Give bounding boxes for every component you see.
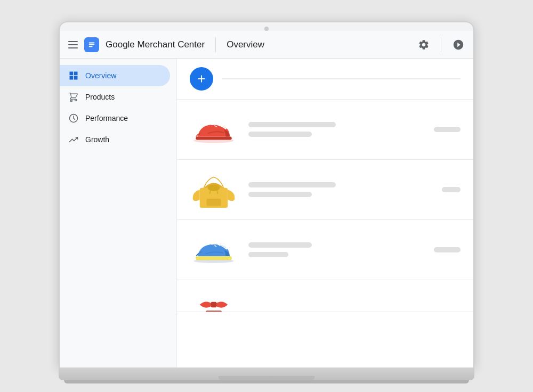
product-row[interactable] <box>177 220 473 280</box>
main-layout: Overview Products <box>60 59 473 368</box>
product-image-blue-shoe <box>190 228 238 271</box>
camera-dot <box>264 27 269 31</box>
merchant-center-logo <box>84 37 99 52</box>
placeholder-line <box>248 192 312 197</box>
laptop-screen: Google Merchant Center Overview <box>59 21 474 369</box>
product-image-bow-tie <box>190 283 238 313</box>
sidebar-item-overview[interactable]: Overview <box>60 65 170 86</box>
products-icon <box>68 92 79 102</box>
placeholder-line <box>248 132 312 137</box>
content-area <box>177 59 473 368</box>
sidebar: Overview Products <box>60 59 177 368</box>
svg-rect-6 <box>196 137 232 140</box>
meta-line <box>434 247 461 252</box>
svg-rect-1 <box>89 42 95 43</box>
sidebar-item-growth[interactable]: Growth <box>60 129 170 150</box>
placeholder-line <box>248 252 288 257</box>
performance-icon <box>68 113 79 124</box>
add-product-button[interactable] <box>190 67 213 91</box>
content-top-bar <box>177 59 473 100</box>
settings-icon[interactable] <box>417 38 430 51</box>
placeholder-line <box>248 122 336 127</box>
svg-point-11 <box>208 184 220 191</box>
product-details <box>248 182 407 197</box>
meta-line <box>434 127 461 132</box>
sidebar-item-products-label: Products <box>85 93 115 101</box>
product-row[interactable] <box>177 280 473 312</box>
product-image-hoodie <box>190 168 238 211</box>
meta-line <box>442 187 461 192</box>
overview-icon <box>68 70 79 81</box>
product-details <box>248 242 407 257</box>
sidebar-item-growth-label: Growth <box>85 135 109 144</box>
account-icon[interactable] <box>452 38 465 51</box>
placeholder-line <box>248 242 312 248</box>
icon-divider <box>441 37 441 52</box>
svg-rect-20 <box>211 301 217 307</box>
sidebar-item-products[interactable]: Products <box>60 86 170 108</box>
product-row[interactable] <box>177 160 473 220</box>
top-divider-line <box>222 78 461 79</box>
svg-rect-12 <box>207 199 221 206</box>
sidebar-item-performance-label: Performance <box>85 114 128 123</box>
sidebar-item-performance[interactable]: Performance <box>60 108 170 129</box>
svg-rect-16 <box>196 256 232 260</box>
laptop-bottom-edge <box>64 380 469 383</box>
title-divider <box>215 37 216 52</box>
product-meta <box>418 247 461 252</box>
svg-rect-21 <box>206 311 222 312</box>
product-image-red-shoe <box>190 108 238 151</box>
browser-chrome: Google Merchant Center Overview <box>60 31 473 59</box>
laptop-base <box>59 369 474 380</box>
svg-rect-3 <box>89 46 93 47</box>
product-row[interactable] <box>177 100 473 160</box>
growth-icon <box>68 134 79 145</box>
product-details <box>248 122 407 137</box>
app-title: Google Merchant Center <box>106 39 205 50</box>
product-meta <box>418 127 461 132</box>
placeholder-line <box>248 182 336 187</box>
header-icons <box>417 37 465 52</box>
svg-rect-2 <box>89 44 95 45</box>
hamburger-menu-icon[interactable] <box>68 41 78 48</box>
product-meta <box>418 187 461 192</box>
laptop-wrapper: Google Merchant Center Overview <box>59 21 474 383</box>
sidebar-item-overview-label: Overview <box>85 71 116 80</box>
page-title: Overview <box>227 39 411 50</box>
